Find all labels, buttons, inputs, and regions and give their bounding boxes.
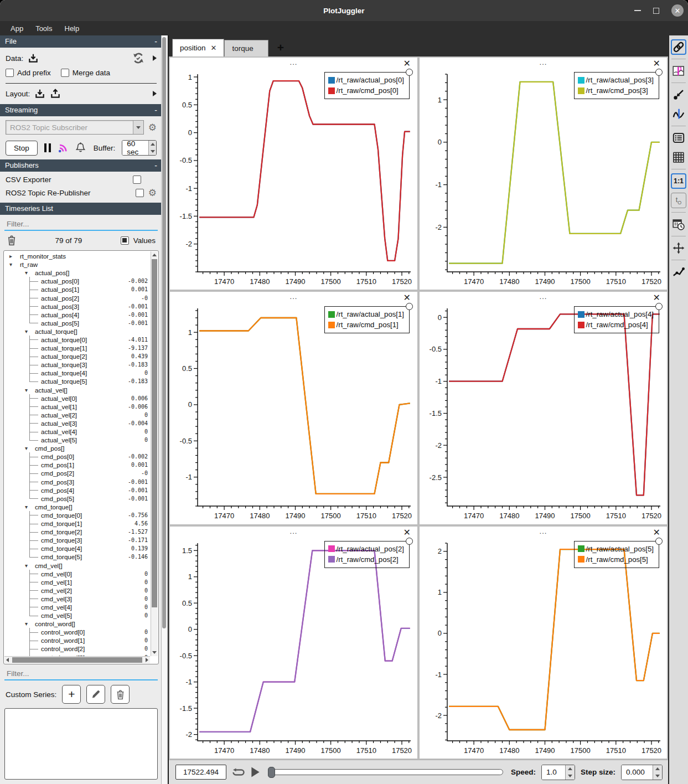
spin-arrows-icon[interactable] [148, 141, 156, 155]
plot-menu-button[interactable]: ... [540, 292, 547, 301]
collapse-icon[interactable]: ▾ [25, 445, 28, 451]
legend-anchor-icon[interactable] [406, 538, 413, 545]
plot-close-button[interactable]: ✕ [653, 59, 660, 68]
tree-item-actual_torque2[interactable]: actual_torque[2]0.439 [5, 352, 150, 360]
plot-close-button[interactable]: ✕ [404, 59, 411, 68]
tree-item-cmd_torque1[interactable]: cmd_torque[1]4.56 [5, 519, 150, 528]
tree-item-actual_pos0[interactable]: actual_pos[0]-0.002 [5, 277, 150, 285]
tree-item-actual_pos1[interactable]: actual_pos[1]0.001 [5, 285, 150, 293]
plot-menu-button[interactable]: ... [290, 292, 298, 301]
file-section-header[interactable]: File - [0, 35, 162, 48]
maximize-button[interactable] [653, 8, 659, 14]
plot-menu-button[interactable]: ... [540, 527, 547, 535]
plot-close-button[interactable]: ✕ [404, 528, 411, 537]
play-button[interactable] [251, 767, 260, 777]
layout-menu-arrow-icon[interactable] [153, 91, 157, 96]
tree-item-actual_pos2[interactable]: actual_pos[2]-0 [5, 293, 150, 302]
sidebar-scrollbar[interactable] [161, 35, 167, 784]
tree-item-cmd_vel2[interactable]: cmd_vel[2]0 [5, 586, 150, 595]
vertical-tracker-icon[interactable] [671, 106, 686, 122]
plot-menu-button[interactable]: ... [290, 58, 298, 66]
collapse-icon[interactable]: ▾ [25, 387, 28, 393]
tab-close-icon[interactable]: ✕ [211, 44, 217, 52]
tree-item-cmd_vel3[interactable]: cmd_vel[3]0 [5, 595, 150, 603]
plot-menu-button[interactable]: ... [540, 58, 547, 66]
legend-anchor-icon[interactable] [655, 69, 663, 76]
tree-vertical-scrollbar[interactable] [151, 251, 158, 656]
load-data-icon[interactable] [28, 53, 39, 64]
timeseries-filter-input[interactable] [4, 218, 158, 231]
tree-item-cmd_pos0[interactable]: cmd_pos[0]-0.002 [5, 452, 150, 461]
tree-item-cmd_pos5[interactable]: cmd_pos[5]-0.001 [5, 494, 150, 503]
step-size-spinbox[interactable]: 0.000 [621, 765, 663, 780]
grid-view-icon[interactable] [671, 149, 686, 165]
values-checkbox[interactable] [121, 236, 129, 245]
save-layout-icon[interactable] [50, 88, 61, 99]
tree-item-cmd_vel5[interactable]: cmd_vel[5]0 [5, 611, 150, 620]
legend-item[interactable]: /rt_raw/actual_pos[2] [328, 544, 404, 554]
tree-item-actual_pos4[interactable]: actual_pos[4]-0.001 [5, 311, 150, 319]
plot-close-button[interactable]: ✕ [404, 293, 411, 302]
tree-item-actual_vel4[interactable]: actual_vel[4]0 [5, 427, 150, 436]
buffer-spinbox[interactable]: 60 sec [122, 140, 157, 156]
date-time-icon[interactable] [671, 216, 686, 232]
tree-item-actual_pos5[interactable]: actual_pos[5]-0.001 [5, 319, 150, 327]
legend-item[interactable]: /rt_raw/cmd_pos[1] [328, 319, 404, 330]
legend-item[interactable]: /rt_raw/cmd_pos[2] [328, 554, 404, 565]
tree-item-control_word1[interactable]: control_word[1]0 [5, 636, 150, 644]
clear-list-trash-icon[interactable] [7, 235, 17, 246]
collapse-icon[interactable]: ▾ [25, 270, 28, 276]
time-display[interactable]: 17522.494 [175, 765, 226, 780]
tree-item-cmd_torque0[interactable]: cmd_torque[0]-0.756 [5, 511, 150, 519]
tree-item-cmd_torque2[interactable]: cmd_torque[2]-1.527 [5, 528, 150, 536]
menu-tools[interactable]: Tools [30, 23, 57, 34]
tree-item-cmd_vel0[interactable]: cmd_vel[0]0 [5, 570, 150, 578]
legend-list-icon[interactable] [671, 130, 686, 146]
tree-item-actual_vel2[interactable]: actual_vel[2]0 [5, 411, 150, 419]
ratio-1-1-button[interactable]: 1:1 [671, 173, 686, 189]
reload-data-icon[interactable] [132, 51, 145, 65]
legend-anchor-icon[interactable] [406, 69, 413, 76]
legend-item[interactable]: /rt_raw/cmd_pos[4] [578, 319, 654, 330]
legend-item[interactable]: /rt_raw/actual_pos[4] [578, 309, 654, 319]
close-button[interactable]: ✕ [671, 4, 684, 17]
collapse-icon[interactable]: ▾ [25, 328, 28, 334]
plot-menu-button[interactable]: ... [290, 527, 298, 535]
speed-spinbox[interactable]: 1.0 [541, 765, 575, 780]
legend-item[interactable]: /rt_raw/cmd_pos[5] [578, 554, 654, 565]
legend-anchor-icon[interactable] [655, 538, 663, 545]
collapse-icon[interactable]: ▾ [25, 621, 28, 627]
tree-item-actual_torque[interactable]: ▾actual_torque[] [5, 327, 150, 336]
cursor-plot-icon[interactable]: 1 [671, 63, 686, 79]
tree-item-control_word[interactable]: ▾control_word[] [5, 620, 150, 628]
scroll-down-icon[interactable] [151, 649, 158, 656]
add-tab-button[interactable]: + [277, 41, 284, 56]
load-layout-icon[interactable] [34, 88, 45, 99]
spin-arrows-icon[interactable] [653, 765, 662, 780]
scrollbar-thumb[interactable] [12, 657, 142, 663]
streaming-source-select[interactable]: ROS2 Topic Subscriber [6, 120, 144, 135]
zoom-fit-icon[interactable] [671, 87, 686, 102]
tree-item-actual_vel0[interactable]: actual_vel[0]0.006 [5, 394, 150, 403]
add-prefix-checkbox[interactable]: Add prefix [6, 69, 51, 77]
tree-item-control_word2[interactable]: control_word[2]0 [5, 644, 150, 653]
menu-app[interactable]: App [6, 23, 28, 34]
legend-item[interactable]: /rt_raw/actual_pos[3] [578, 75, 654, 85]
tree-item-actual_vel[interactable]: ▾actual_vel[] [5, 386, 150, 394]
tree-item-actual_vel1[interactable]: actual_vel[1]-0.006 [5, 403, 150, 411]
pause-icon[interactable] [44, 143, 51, 152]
stop-button[interactable]: Stop [6, 141, 38, 156]
scrollbar-thumb[interactable] [162, 37, 166, 628]
plot-close-button[interactable]: ✕ [653, 293, 660, 302]
tree-item-actual_vel3[interactable]: actual_vel[3]-0.004 [5, 419, 150, 427]
ros2-republisher-gear-icon[interactable]: ⚙ [148, 188, 157, 198]
legend-item[interactable]: /rt_raw/cmd_pos[3] [578, 85, 654, 96]
link-icon[interactable] [671, 39, 686, 55]
delete-custom-series-button[interactable] [111, 685, 130, 704]
ros2-republisher-checkbox[interactable] [136, 189, 144, 197]
tree-item-cmd_vel4[interactable]: cmd_vel[4]0 [5, 603, 150, 611]
tree-item-rt_raw[interactable]: ▾rt_raw [5, 260, 150, 269]
tree-item-actual_vel5[interactable]: actual_vel[5]0 [5, 436, 150, 444]
legend-item[interactable]: /rt_raw/cmd_pos[0] [328, 85, 404, 96]
plot-canvas[interactable]: 17470174801749017500175101752010.50-0.5-… [170, 71, 417, 290]
